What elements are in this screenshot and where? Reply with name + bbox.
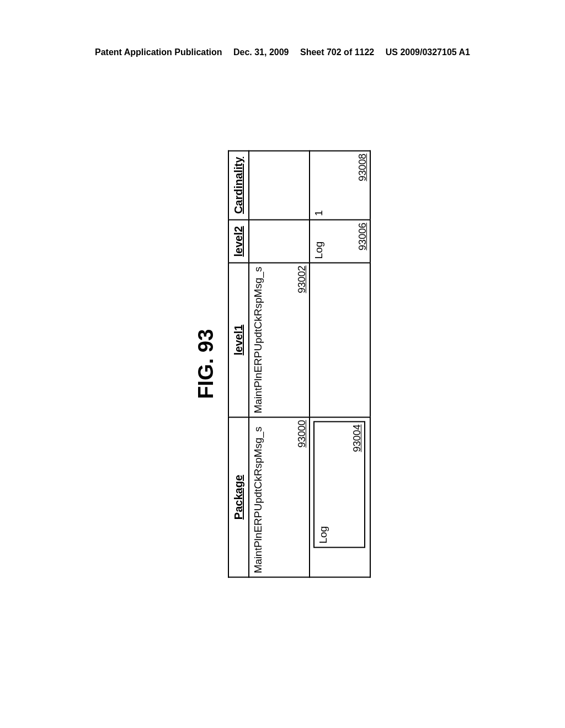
page-header: Patent Application Publication Dec. 31, … <box>0 47 565 57</box>
col-header-cardinality: Cardinality <box>228 151 249 220</box>
cell-text: MaintPlnERPUpdtCkRspMsg_s <box>252 426 264 573</box>
table-header-row: Package level1 level2 Cardinality <box>228 151 249 577</box>
inner-box: Log 93004 <box>313 421 365 548</box>
cell-text: 1 <box>313 210 324 216</box>
cell-text: Log <box>313 242 324 259</box>
cell-text: MaintPlnERPUpdtCkRspMsg_s <box>252 266 264 413</box>
figure-title: FIG. 93 <box>194 150 218 577</box>
header-date: Dec. 31, 2009 <box>233 47 289 57</box>
table-row: MaintPlnERPUpdtCkRspMsg_s 93000 MaintPln… <box>249 151 310 577</box>
data-table: Package level1 level2 Cardinality MaintP… <box>228 150 371 577</box>
cell-ref: 93008 <box>357 153 369 181</box>
col-header-level1: level1 <box>228 263 249 417</box>
cell-ref: 93004 <box>351 425 363 452</box>
cell-package-0: MaintPlnERPUpdtCkRspMsg_s 93000 <box>249 417 310 577</box>
header-sheet: Sheet 702 of 1122 <box>300 47 374 57</box>
cell-cardinality-1: 1 93008 <box>310 151 370 220</box>
cell-package-1: Log 93004 <box>310 417 370 577</box>
header-pubno: US 2009/0327105 A1 <box>386 47 470 57</box>
cell-level1-0: MaintPlnERPUpdtCkRspMsg_s 93002 <box>249 263 310 417</box>
cell-ref: 93006 <box>357 223 369 250</box>
figure-container: FIG. 93 Package level1 level2 Cardinalit… <box>194 150 371 577</box>
col-header-level2: level2 <box>228 220 249 263</box>
cell-level2-0 <box>249 220 310 263</box>
cell-ref: 93002 <box>296 265 308 293</box>
cell-text: Log <box>317 526 329 544</box>
table-row: Log 93004 Log 93006 1 93008 <box>310 151 370 577</box>
cell-level2-1: Log 93006 <box>310 220 370 263</box>
cell-ref: 93000 <box>296 420 308 448</box>
col-header-package: Package <box>228 417 249 577</box>
cell-cardinality-0 <box>249 151 310 220</box>
cell-level1-1 <box>310 263 370 417</box>
header-publication: Patent Application Publication <box>95 47 222 57</box>
